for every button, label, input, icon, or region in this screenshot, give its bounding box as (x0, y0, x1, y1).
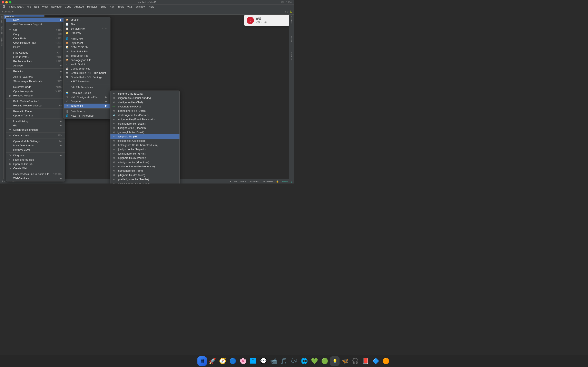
menu-local-history[interactable]: Local History ▶ (6, 119, 65, 123)
new-resource-bundle[interactable]: 🌍 Resource Bundle (64, 91, 110, 95)
menu-edit[interactable]: Edit (33, 5, 40, 8)
new-coffeescript[interactable]: ☕ CoffeeScript File (64, 67, 110, 71)
new-ignore-file[interactable]: ⊘ .ignore file ▶ (64, 104, 110, 108)
menu-webservices[interactable]: WebServices ▶ (6, 176, 65, 180)
menu-show-thumbnails[interactable]: Show Image Thumbnails ⇧⌘T (6, 79, 65, 83)
ignore-prettier[interactable]: ⊙ .prettierignore file (Prettier) (111, 177, 180, 182)
menu-rebuild-module[interactable]: Rebuild Module 'untitled' ⇧F9 (6, 103, 65, 108)
menu-add-favorites[interactable]: Add to Favorites ▶ (6, 75, 65, 79)
menu-navigate[interactable]: Navigate (49, 5, 63, 8)
ignore-eslint[interactable]: ⊙ .eslintignore file (ESLint) (111, 122, 180, 126)
ignore-jpm[interactable]: JS .jpmignore file (Jetpack) (111, 147, 180, 151)
new-gradle-build[interactable]: 🐘 Gradle Kotlin DSL Build Script (64, 71, 110, 75)
ignore-docker[interactable]: 🐳 .dockerignore file (Docker) (111, 113, 180, 117)
ignore-stylelint[interactable]: ⊙ .stylelintignore file (StyleLint) (111, 182, 180, 184)
sidebar-ant[interactable]: Ant Build (291, 52, 293, 60)
menu-copy-relative[interactable]: Copy Relative Path ⌥⌘C (6, 41, 65, 45)
new-xml-config[interactable]: X XML Configuration File ▶ (64, 95, 110, 99)
menu-remove-bom[interactable]: Remove BOM (6, 148, 65, 152)
sidebar-tab-favorites[interactable]: Favorites (1, 38, 3, 46)
new-file[interactable]: 📄 File (64, 22, 110, 26)
ignore-p4[interactable]: ⊙ .p4ignore file (Perforce) (111, 173, 180, 177)
menu-run[interactable]: Run (108, 5, 116, 8)
ignore-jshint[interactable]: JS .jshintignore file (JSHint) (111, 151, 180, 156)
menu-open-terminal[interactable]: Open in Terminal (6, 113, 65, 118)
new-html[interactable]: 🌐 HTML File (64, 36, 110, 41)
menu-compare-with[interactable]: ⁕ Compare With... ⌘D (6, 133, 65, 138)
menu-code[interactable]: Code (63, 5, 73, 8)
menu-build-module[interactable]: Build Module 'untitled' (6, 99, 65, 103)
menu-mark-directory[interactable]: Mark Directory as ▶ (6, 143, 65, 148)
ignore-eb[interactable]: ⊙ .ebignore file (ElasticBeanstalk) (111, 117, 180, 122)
new-typescript[interactable]: TS TypeScript File (64, 54, 110, 58)
menu-find-usages[interactable]: Find Usages ⌥F7 (6, 50, 65, 55)
menu-reformat[interactable]: Reformat Code ⌥⌘L (6, 85, 65, 89)
menu-cut[interactable]: ✂ Cut ⇧⌘X (6, 28, 65, 32)
menu-vcs[interactable]: VCS (126, 5, 134, 8)
new-cfml[interactable]: 📝 CFML/CFC file (64, 45, 110, 49)
menu-synchronize[interactable]: ↻ Synchronize 'untitled' (6, 128, 65, 132)
minimize-button[interactable] (5, 1, 8, 3)
status-event-log[interactable]: Event Log (282, 180, 292, 183)
new-scratch[interactable]: 📋 Scratch File ⇧⌃N (64, 26, 110, 31)
menu-diagrams[interactable]: ⬡ Diagrams ▶ (6, 153, 65, 158)
maximize-button[interactable] (9, 1, 11, 3)
sidebar-database[interactable]: Database (291, 16, 293, 25)
new-stylesheet[interactable]: 🎨 Stylesheet (64, 41, 110, 45)
menu-open-github[interactable]: ⊙ Open on GitHub (6, 162, 65, 166)
menu-view[interactable]: View (40, 5, 49, 8)
menu-optimize[interactable]: Optimize Imports ⌥⌘O (6, 89, 65, 93)
apple-menu[interactable]: ⌘ (1, 4, 7, 9)
menu-create-gist[interactable]: ⊙ Create Gist... (6, 166, 65, 170)
new-http-request[interactable]: 🌐 New HTTP Request (64, 114, 110, 118)
menu-add-framework[interactable]: Add Framework Support... (6, 22, 65, 26)
new-kotlin-script[interactable]: K Kotlin Script (64, 62, 110, 67)
new-diagram[interactable]: ⬡ Diagram ▶ (64, 99, 110, 104)
ignore-nodemon[interactable]: ⊙ .nodemonignore file (Nodemon) (111, 164, 180, 169)
menu-hide-ignored[interactable]: ⁖ Hide ignored files (6, 158, 65, 162)
ignore-mtn[interactable]: ⊙ .mtn-ignore file (Monotone) (111, 160, 180, 164)
sidebar-tab-structure[interactable]: Structure (1, 26, 3, 34)
ignore-cf[interactable]: ⊙ .cfignore file (CloudFoundry) (111, 96, 180, 100)
menu-remove-module[interactable]: 🗑 Remove Module (6, 93, 65, 98)
menu-paste[interactable]: Paste ⌘V (6, 45, 65, 49)
new-javascript[interactable]: JS JavaScript File (64, 49, 110, 54)
ignore-hg[interactable]: ⊙ .hgignore file (Mercurial) (111, 156, 180, 160)
menu-refactor[interactable]: Refactor ▶ (6, 69, 65, 73)
close-button[interactable] (2, 1, 4, 3)
menu-refactor[interactable]: Refactor (86, 5, 99, 8)
ignore-npm[interactable]: ⊙ .npmignore file (Npm) (111, 169, 180, 173)
new-data-source[interactable]: 🗄 Data Source (64, 109, 110, 114)
menu-find-in-path[interactable]: Find in Path... ⇧⌘F (6, 55, 65, 59)
new-module[interactable]: 📦 Module... (64, 18, 110, 22)
menu-tools[interactable]: Tools (116, 5, 126, 8)
menu-new[interactable]: New ▶ (6, 18, 65, 22)
menu-replace-in-path[interactable]: Replace in Path... ⇧⌘R (6, 59, 65, 63)
menu-help[interactable]: Help (147, 5, 156, 8)
menu-file[interactable]: File (25, 5, 33, 8)
ignore-darcs[interactable]: ⊙ .boringignore file (Darcs) (111, 109, 180, 113)
menu-analyze[interactable]: Analyze (73, 5, 86, 8)
new-directory[interactable]: 📁 Directory (64, 31, 110, 35)
ignore-fossil[interactable]: ⊙ ignore-glob file (Fossil) (111, 130, 180, 134)
ignore-floo[interactable]: ⊙ .flooignore file (Floobits) (111, 126, 180, 130)
new-xslt[interactable]: X XSLT Stylesheet (64, 79, 110, 83)
menu-analyze[interactable]: Analyze ▶ (6, 63, 65, 68)
menu-copy[interactable]: Copy ⌘C (6, 32, 65, 36)
new-edit-templates[interactable]: Edit File Templates... (64, 85, 110, 89)
ignore-helm[interactable]: ⊙ .helmignore file (Kubernetes Helm) (111, 143, 180, 147)
new-gradle-settings[interactable]: 🐘 Gradle Kotlin DSL Settings (64, 75, 110, 79)
menu-build[interactable]: Build (99, 5, 108, 8)
ignore-git[interactable]: ⊙ .gitignore file (Git) (111, 134, 180, 139)
menu-window[interactable]: Window (134, 5, 147, 8)
sidebar-maven[interactable]: Maven (291, 36, 293, 42)
menu-reveal-finder[interactable]: Reveal in Finder (6, 109, 65, 113)
new-packagejson[interactable]: 📦 package.json File (64, 58, 110, 62)
ignore-bzr[interactable]: ⊙ .bzrignore file (Bazaar) (111, 92, 180, 96)
ignore-chef[interactable]: ⊙ .chefignore file (Chef) (111, 100, 180, 104)
menu-intellij[interactable]: IntelliJ IDEA (7, 5, 25, 8)
window-controls[interactable] (2, 1, 11, 3)
menu-copy-path[interactable]: Copy Path ⇧⌘C (6, 36, 65, 41)
menu-module-settings[interactable]: Open Module Settings F4 (6, 139, 65, 143)
ignore-cvs[interactable]: cvs .cvsignore file (Cvs) (111, 104, 180, 109)
